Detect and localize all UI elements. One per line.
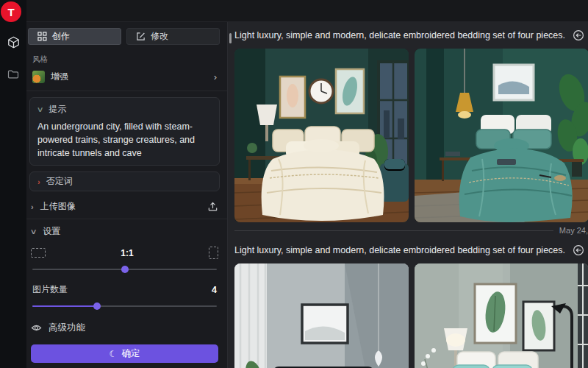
style-value: 增强 [51,71,208,83]
generated-image[interactable] [415,49,588,222]
generated-image[interactable] [234,263,409,368]
mode-tabs: 创作 修改 [28,28,220,45]
settings-header[interactable]: ∨ 设置 [29,219,220,239]
confirm-button-label: 确定 [121,347,140,360]
tab-modify[interactable]: 修改 [126,28,220,45]
prompt-title: 提示 [49,103,66,116]
style-thumbnail-icon [32,71,45,83]
tab-create[interactable]: 创作 [28,28,121,45]
reuse-prompt-icon[interactable] [573,244,584,256]
results-feed: Light luxury, simple and modern, delicat… [229,22,588,368]
moon-icon: ☾ [110,349,118,359]
upload-image-row[interactable]: › 上传图像 [29,194,220,219]
image-count-slider[interactable] [32,302,217,310]
eye-icon [31,322,42,333]
app-logo[interactable]: T [1,1,21,22]
settings-title: 设置 [43,225,218,238]
portrait-ratio-icon[interactable] [209,247,218,259]
divider [26,91,227,91]
advanced-features-label: 高级功能 [49,322,85,334]
landscape-ratio-icon[interactable] [31,248,46,258]
result-prompt-title: Light luxury, simple and modern, delicat… [234,245,565,255]
negative-prompt-box[interactable]: › 否定词 [29,171,220,191]
prompt-box[interactable]: ∨ 提示 An underground city, filled with st… [29,97,220,166]
upload-label: 上传图像 [40,200,201,213]
style-section-label: 风格 [32,54,220,65]
image-count-row: 图片数量 4 [32,283,217,296]
result-image-grid [234,263,588,368]
image-count-value: 4 [212,285,217,295]
tab-modify-label: 修改 [151,30,168,43]
result-group: Light luxury, simple and modern, delicat… [234,244,588,368]
slider-handle[interactable] [93,302,101,310]
generated-image[interactable] [234,49,409,222]
chevron-right-icon: › [31,202,34,211]
confirm-button[interactable]: ☾ 确定 [31,344,218,363]
slider-handle[interactable] [121,266,129,273]
image-count-label: 图片数量 [32,283,212,296]
generated-image[interactable] [415,263,588,368]
upload-icon[interactable] [207,201,218,212]
reuse-prompt-icon[interactable] [573,29,584,41]
chevron-right-icon: › [37,177,40,186]
aspect-ratio-slider[interactable] [32,266,217,273]
generation-panel: 创作 修改 风格 增强 › ∨ 提示 An underground city, … [26,22,228,368]
folder-icon[interactable] [7,68,20,81]
chevron-down-icon: ∨ [30,227,37,236]
aspect-ratio-control: 1:1 [31,247,218,259]
cube-icon[interactable] [7,35,20,49]
result-image-grid [234,49,588,222]
top-bar [26,0,588,22]
scrollbar-thumb[interactable] [229,33,232,43]
chevron-down-icon: ∨ [37,105,44,113]
prompt-text-input[interactable]: An underground city, filled with steam-p… [37,120,212,160]
chevron-right-icon: › [214,72,217,82]
result-group: Light luxury, simple and modern, delicat… [234,29,588,235]
date-divider-row: May 24, [234,226,588,235]
negative-title: 否定词 [46,175,73,188]
result-date: May 24, [553,226,588,235]
style-selector[interactable]: 增强 › [29,68,220,91]
left-rail: T [0,0,26,368]
tab-create-label: 创作 [52,30,70,43]
advanced-features-row[interactable]: 高级功能 [31,322,218,334]
result-prompt-title: Light luxury, simple and modern, delicat… [234,30,565,40]
aspect-ratio-value: 1:1 [46,248,209,258]
divider [234,230,553,231]
app-window: T 创作 [0,0,588,368]
